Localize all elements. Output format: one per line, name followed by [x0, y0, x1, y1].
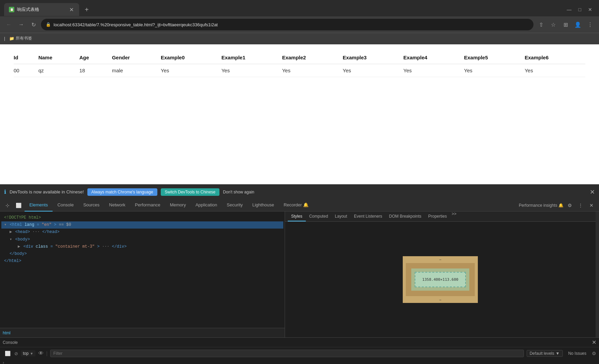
- dom-line-body-close[interactable]: </body>: [1, 250, 283, 258]
- nav-bar: ← → ↻ 🔒 localhost:63342/table/7.%20respo…: [0, 16, 599, 33]
- console-close-button[interactable]: ✕: [592, 339, 596, 346]
- body-tag: <body>: [15, 237, 30, 242]
- div-attr-class: class: [35, 244, 48, 249]
- devtools-close-icon[interactable]: ✕: [587, 201, 596, 210]
- dom-line-head[interactable]: ▶ <head> ··· </head>: [1, 229, 283, 236]
- breadcrumb-html[interactable]: html: [3, 331, 11, 335]
- new-tab-button[interactable]: +: [82, 5, 91, 14]
- margin-bottom-label: –: [439, 298, 441, 302]
- console-chevron-row: ›: [0, 360, 599, 364]
- dont-show-again-button[interactable]: Don't show again: [223, 190, 254, 194]
- styles-tab-event-listeners[interactable]: Event Listeners: [351, 212, 386, 221]
- dom-line-div[interactable]: ▶ <div class = "container mt-3" > ··· </…: [1, 243, 283, 250]
- forward-button[interactable]: →: [16, 20, 26, 29]
- devtools-tab-memory[interactable]: Memory: [165, 199, 191, 212]
- console-top-label: top: [23, 351, 29, 356]
- window-minimize-icon[interactable]: —: [567, 7, 572, 12]
- bookmark-icon[interactable]: ☆: [548, 20, 558, 29]
- expand-icon-div: ▶: [18, 244, 20, 249]
- devtools-tab-elements[interactable]: Elements: [25, 199, 53, 212]
- styles-tab-properties[interactable]: Properties: [425, 212, 451, 221]
- devtools-body: <!DOCTYPE html> ▾ <html lang = "en" > ==…: [0, 212, 599, 337]
- console-eye-icon[interactable]: 👁: [38, 350, 44, 356]
- devtools-tab-console[interactable]: Console: [53, 199, 79, 212]
- window-close-icon[interactable]: ✕: [588, 7, 592, 12]
- styles-scrollbar[interactable]: [596, 212, 599, 337]
- devtools-tab-security[interactable]: Security: [222, 199, 247, 212]
- address-url: localhost:63342/table/7.%20responsive_ta…: [54, 22, 529, 27]
- devtools-tab-application[interactable]: Application: [191, 199, 222, 212]
- console-prompt-chevron: ›: [3, 360, 4, 364]
- body-close-tag: </body>: [10, 251, 27, 256]
- bookmarks-folder[interactable]: 📁 所有书签: [9, 35, 32, 41]
- dom-line-html[interactable]: ▾ <html lang = "en" > == $0: [1, 221, 283, 229]
- box-content: 1358.400×113.600: [415, 272, 466, 287]
- breadcrumb-bar: html: [0, 328, 285, 337]
- console-context-selector[interactable]: top ▼: [21, 350, 35, 356]
- head-close: </head>: [42, 230, 59, 234]
- console-filter-input[interactable]: [50, 350, 524, 357]
- lock-icon: 🔒: [46, 22, 51, 27]
- styles-panel: Styles Computed Layout Event Listeners D…: [285, 212, 596, 337]
- active-tab[interactable]: 📋 响应式表格 ✕: [4, 3, 79, 16]
- table-row: 00qz18maleYesYesYesYesYesYesYes: [14, 64, 585, 77]
- match-language-button[interactable]: Always match Chrome's language: [87, 188, 157, 196]
- menu-icon[interactable]: ⋮: [585, 20, 595, 29]
- table-cell: Yes: [403, 64, 464, 77]
- devtools-left-icons: ⊹ ⬜: [3, 201, 23, 210]
- devtools-panel: ⊹ ⬜ ElementsConsoleSourcesNetworkPerform…: [0, 199, 599, 364]
- dom-line-doctype[interactable]: <!DOCTYPE html>: [1, 214, 283, 221]
- devtools-more-icon[interactable]: ⋮: [576, 201, 585, 210]
- devtools-tab-list: ElementsConsoleSourcesNetworkPerformance…: [25, 199, 313, 212]
- styles-tab-dom-breakpoints[interactable]: DOM Breakpoints: [386, 212, 425, 221]
- devtools-tab-network[interactable]: Network: [104, 199, 130, 212]
- bookmarks-label: 所有书签: [16, 35, 32, 41]
- console-levels-dropdown[interactable]: Default levels ▼: [527, 350, 563, 357]
- html-tag-open: <html: [10, 222, 24, 227]
- share-icon[interactable]: ⇧: [536, 20, 546, 29]
- dom-panel: <!DOCTYPE html> ▾ <html lang = "en" > ==…: [0, 212, 285, 337]
- console-gear-icon[interactable]: ⚙: [592, 351, 596, 356]
- table-header-cell: Example4: [403, 51, 464, 64]
- table-cell: Yes: [343, 64, 403, 77]
- table-header-cell: Example5: [464, 51, 525, 64]
- webpage-content: IdNameAgeGenderExample0Example1Example2E…: [0, 44, 599, 184]
- window-restore-icon[interactable]: □: [579, 7, 581, 12]
- switch-chinese-button[interactable]: Switch DevTools to Chinese: [161, 188, 220, 196]
- extensions-icon[interactable]: ⊞: [561, 20, 570, 29]
- table-header-cell: Name: [38, 51, 79, 64]
- table-header-cell: Gender: [112, 51, 161, 64]
- browser-chrome: 📋 响应式表格 ✕ + — □ ✕ ← → ↻ 🔒 localhost:6334…: [0, 0, 599, 44]
- box-margin: – – – 1358.400×113.600 –: [403, 256, 478, 303]
- bookmarks-bar: | 📁 所有书签: [0, 33, 599, 44]
- table-header-cell: Example2: [282, 51, 343, 64]
- notification-close-button[interactable]: ✕: [590, 188, 595, 196]
- margin-label: –: [439, 258, 441, 261]
- tab-favicon: 📋: [9, 7, 14, 12]
- tab-close-button[interactable]: ✕: [68, 6, 74, 13]
- box-model-area: – – – 1358.400×113.600 –: [285, 222, 596, 337]
- console-sidebar-toggle[interactable]: ⬜: [3, 349, 12, 358]
- profile-icon[interactable]: 👤: [573, 20, 583, 29]
- console-clear-icon[interactable]: ⊘: [14, 351, 18, 356]
- devtools-tab-sources[interactable]: Sources: [79, 199, 104, 212]
- devtools-settings-icon[interactable]: ⚙: [565, 201, 574, 210]
- dom-line-body-open[interactable]: ▾ <body>: [1, 236, 283, 243]
- dom-content[interactable]: <!DOCTYPE html> ▾ <html lang = "en" > ==…: [0, 212, 285, 328]
- back-button[interactable]: ←: [4, 20, 14, 29]
- styles-tab-layout[interactable]: Layout: [331, 212, 351, 221]
- inspect-element-icon[interactable]: ⊹: [3, 201, 12, 210]
- performance-insights[interactable]: Performance insights 🔔: [519, 201, 564, 210]
- styles-tab-more[interactable]: >>: [452, 212, 456, 221]
- table-header-cell: Example0: [161, 51, 222, 64]
- dom-line-html-close[interactable]: </html>: [1, 258, 283, 265]
- devtools-tab-lighthouse[interactable]: Lighthouse: [247, 199, 279, 212]
- devtools-tab-recorder-🔔[interactable]: Recorder 🔔: [279, 199, 313, 212]
- refresh-button[interactable]: ↻: [29, 20, 38, 29]
- device-toggle-icon[interactable]: ⬜: [14, 201, 23, 210]
- address-bar[interactable]: 🔒 localhost:63342/table/7.%20responsive_…: [41, 19, 533, 30]
- devtools-tab-performance[interactable]: Performance: [130, 199, 165, 212]
- table-cell: 00: [14, 64, 38, 77]
- styles-tab-computed[interactable]: Computed: [306, 212, 331, 221]
- styles-tab-styles[interactable]: Styles: [288, 212, 306, 221]
